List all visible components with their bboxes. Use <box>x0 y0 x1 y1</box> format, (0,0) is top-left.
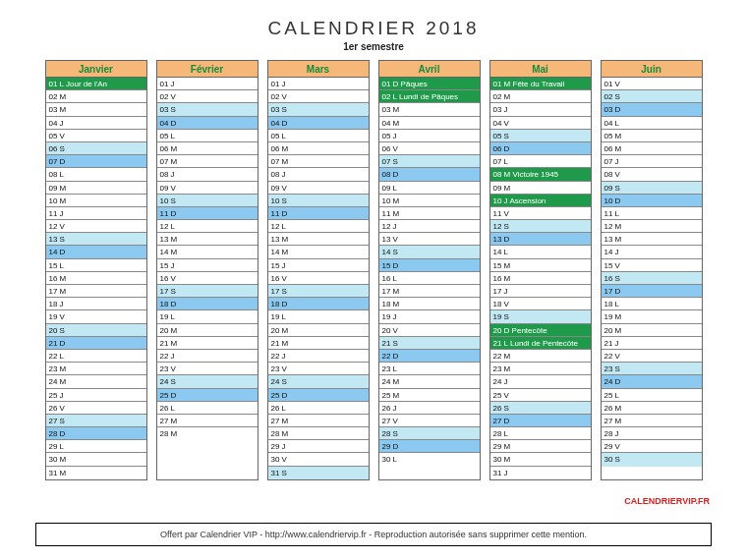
day-cell: 17 D <box>602 285 702 298</box>
day-cell: 18 D <box>268 298 369 310</box>
day-cell: 21 M <box>268 337 369 350</box>
day-cell: 07 M <box>268 155 369 168</box>
day-cell: 24 J <box>490 375 591 388</box>
day-cell: 11 V <box>490 207 591 220</box>
day-cell: 11 J <box>46 207 146 220</box>
day-cell: 16 V <box>157 272 258 285</box>
day-cell: 10 S <box>157 195 258 207</box>
day-cell: 22 J <box>268 350 369 363</box>
day-cell: 18 M <box>379 298 480 310</box>
day-cell: 07 J <box>602 155 702 168</box>
day-cell: 13 D <box>490 233 591 246</box>
day-cell: 02 M <box>490 90 591 103</box>
day-cell: 05 L <box>268 130 369 142</box>
day-cell: 11 D <box>268 207 369 220</box>
day-cell: 05 L <box>157 130 258 142</box>
day-cell: 24 M <box>379 375 480 388</box>
day-cell: 24 M <box>46 375 146 388</box>
day-cell: 01 D Pâques <box>379 78 480 90</box>
day-cell: 11 L <box>602 207 702 220</box>
month-column: Janvier01 L Jour de l'An02 M03 M04 J05 V… <box>45 60 147 480</box>
day-cell: 04 V <box>490 117 591 130</box>
day-cell: 06 D <box>490 142 591 155</box>
day-cell: 04 J <box>46 117 146 130</box>
day-cell: 06 S <box>46 142 146 155</box>
day-cell: 28 J <box>602 427 702 440</box>
day-cell: 03 M <box>46 103 146 116</box>
day-cell: 14 M <box>268 246 369 258</box>
day-cell: 25 D <box>268 389 369 402</box>
day-cell: 26 M <box>602 402 702 415</box>
day-cell: 28 D <box>46 427 146 440</box>
day-cell: 10 D <box>602 195 702 207</box>
day-cell: 26 S <box>490 402 591 415</box>
day-cell: 18 D <box>157 298 258 310</box>
day-cell: 14 S <box>379 246 480 258</box>
month-header: Mars <box>268 61 369 78</box>
day-cell: 24 D <box>602 375 702 388</box>
brand-credit: CALENDRIERVIP.FR <box>624 496 710 506</box>
day-cell: 12 L <box>268 220 369 233</box>
day-cell: 03 M <box>379 103 480 116</box>
month-header: Février <box>157 61 258 78</box>
day-cell: 20 S <box>46 324 146 337</box>
day-cell: 13 M <box>602 233 702 246</box>
month-column: Mars01 J02 V03 S04 D05 L06 M07 M08 J09 V… <box>267 60 370 480</box>
day-cell: 17 M <box>379 285 480 298</box>
day-cell: 13 S <box>46 233 146 246</box>
day-cell: 01 J <box>268 78 369 90</box>
day-cell: 14 D <box>46 246 146 258</box>
day-cell: 19 V <box>46 310 146 323</box>
day-cell: 24 S <box>157 375 258 388</box>
day-cell: 29 V <box>602 440 702 453</box>
day-cell: 23 M <box>46 363 146 375</box>
day-cell: 27 D <box>490 415 591 427</box>
day-cell: 27 M <box>602 415 702 427</box>
day-cell: 18 L <box>602 298 702 310</box>
day-cell: 07 S <box>379 155 480 168</box>
month-column: Avril01 D Pâques02 L Lundi de Pâques03 M… <box>378 60 481 480</box>
day-cell: 19 S <box>490 310 591 323</box>
day-cell: 26 V <box>46 402 146 415</box>
day-cell: 05 V <box>46 130 146 142</box>
day-cell: 20 M <box>157 324 258 337</box>
day-cell: 02 S <box>602 90 702 103</box>
month-column: Février01 J02 V03 S04 D05 L06 M07 M08 J0… <box>156 60 259 480</box>
day-cell: 25 J <box>46 389 146 402</box>
day-cell: 09 V <box>268 182 369 195</box>
day-cell: 11 M <box>379 207 480 220</box>
day-cell: 18 V <box>490 298 591 310</box>
day-cell: 04 D <box>268 117 369 130</box>
day-cell: 22 M <box>490 350 591 363</box>
day-cell: 21 J <box>602 337 702 350</box>
day-cell: 17 J <box>490 285 591 298</box>
day-cell: 17 S <box>268 285 369 298</box>
day-cell: 12 V <box>46 220 146 233</box>
day-cell: 21 S <box>379 337 480 350</box>
day-cell: 16 M <box>46 272 146 285</box>
day-cell: 02 V <box>157 90 258 103</box>
day-cell: 15 J <box>268 259 369 272</box>
month-header: Juin <box>602 61 702 78</box>
day-cell: 16 M <box>490 272 591 285</box>
day-cell: 10 S <box>268 195 369 207</box>
day-cell: 21 M <box>157 337 258 350</box>
day-cell: 28 M <box>268 427 369 440</box>
day-cell: 21 L Lundi de Pentecôte <box>490 337 591 350</box>
day-cell: 26 J <box>379 402 480 415</box>
month-header: Janvier <box>46 61 146 78</box>
day-cell: 15 V <box>602 259 702 272</box>
day-cell: 10 M <box>379 195 480 207</box>
day-cell: 27 M <box>268 415 369 427</box>
footer-note: Offert par Calendrier VIP - http://www.c… <box>35 523 712 546</box>
day-cell: 23 V <box>157 363 258 375</box>
day-cell: 09 V <box>157 182 258 195</box>
day-cell: 20 M <box>602 324 702 337</box>
day-cell: 22 L <box>46 350 146 363</box>
day-cell: 02 M <box>46 90 146 103</box>
day-cell: 04 D <box>157 117 258 130</box>
day-cell: 08 J <box>157 168 258 181</box>
day-cell: 27 V <box>379 415 480 427</box>
day-cell: 15 L <box>46 259 146 272</box>
day-cell: 15 M <box>490 259 591 272</box>
